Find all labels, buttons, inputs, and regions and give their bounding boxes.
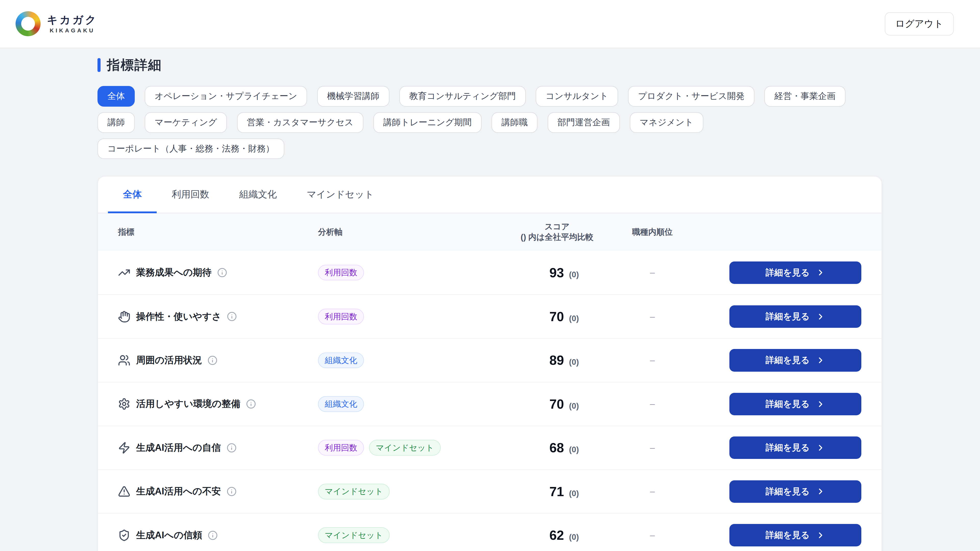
filter-chip[interactable]: プロダクト・サービス開発	[628, 86, 754, 106]
indicator-cell: 生成AI活用への不安	[118, 485, 318, 498]
logo: キカガク KIKAGAKU	[16, 11, 98, 36]
detail-button[interactable]: 詳細を見る	[729, 393, 861, 415]
detail-button[interactable]: 詳細を見る	[729, 524, 861, 546]
tab-item[interactable]: 利用回数	[157, 176, 224, 213]
column-header-score: スコア () 内は全社平均比較	[503, 221, 612, 243]
axis-cell: マインドセット	[318, 527, 502, 543]
page-title-text: 指標詳細	[107, 56, 162, 74]
action-cell: 詳細を見る	[693, 305, 861, 328]
score-note: (0)	[569, 357, 579, 367]
shield-check-icon	[118, 529, 130, 541]
action-cell: 詳細を見る	[693, 393, 861, 415]
tab-item[interactable]: 組織文化	[224, 176, 292, 213]
filter-chip[interactable]: 講師職	[492, 112, 538, 133]
rank-cell: –	[612, 355, 693, 365]
tab-active[interactable]: 全体	[108, 176, 157, 213]
filter-chip[interactable]: 講師トレーニング期間	[373, 112, 482, 133]
axis-badge: マインドセット	[318, 527, 390, 543]
indicator-name: 生成AI活用への不安	[136, 485, 221, 498]
filter-chip[interactable]: マーケティング	[145, 112, 227, 133]
title-accent-bar	[97, 58, 100, 72]
main-content: 指標詳細 全体オペレーション・サプライチェーン機械学習講師教育コンサルティング部…	[0, 48, 980, 551]
score-value: 62	[535, 527, 564, 543]
logout-button[interactable]: ログアウト	[885, 12, 954, 35]
indicator-cell: 業務成果への期待	[118, 266, 318, 279]
axis-badge: 利用回数	[318, 440, 364, 456]
hand-icon	[118, 310, 130, 323]
detail-button[interactable]: 詳細を見る	[729, 437, 861, 459]
info-icon[interactable]	[246, 399, 256, 409]
info-icon[interactable]	[207, 355, 218, 365]
detail-button[interactable]: 詳細を見る	[729, 262, 861, 284]
rank-cell: –	[612, 312, 693, 322]
info-icon[interactable]	[227, 311, 237, 321]
chevron-right-icon	[816, 312, 825, 321]
chevron-right-icon	[816, 268, 825, 277]
rank-cell: –	[612, 443, 693, 453]
table-header: 指標 分析軸 スコア () 内は全社平均比較 職種内順位	[98, 213, 881, 251]
filter-chip[interactable]: 経営・事業企画	[764, 86, 845, 106]
action-cell: 詳細を見る	[693, 524, 861, 546]
filter-chip[interactable]: 教育コンサルティング部門	[399, 86, 526, 106]
indicator-cell: 活用しやすい環境の整備	[118, 398, 318, 410]
detail-button[interactable]: 詳細を見る	[729, 349, 861, 372]
score-note: (0)	[569, 532, 579, 542]
table-row: 生成AI活用への自信利用回数マインドセット68(0)–詳細を見る	[98, 426, 881, 469]
score-cell: 62(0)	[503, 527, 612, 543]
app-header: キカガク KIKAGAKU ログアウト	[0, 0, 980, 48]
action-cell: 詳細を見る	[693, 437, 861, 459]
chevron-right-icon	[816, 487, 825, 496]
score-cell: 93(0)	[503, 265, 612, 280]
detail-button[interactable]: 詳細を見る	[729, 480, 861, 503]
indicator-name: 操作性・使いやすさ	[136, 310, 221, 323]
table-row: 操作性・使いやすさ利用回数70(0)–詳細を見る	[98, 294, 881, 338]
filter-chip[interactable]: 営業・カスタマーサクセス	[237, 112, 363, 133]
axis-badge: マインドセット	[369, 440, 441, 456]
score-value: 93	[535, 265, 564, 280]
info-icon[interactable]	[208, 530, 218, 540]
rank-cell: –	[612, 399, 693, 409]
filter-chip[interactable]: 部門運営企画	[548, 112, 620, 133]
filter-chip[interactable]: 機械学習講師	[317, 86, 390, 106]
score-cell: 89(0)	[503, 353, 612, 368]
info-icon[interactable]	[217, 268, 227, 278]
info-icon[interactable]	[227, 486, 237, 496]
users-icon	[118, 354, 130, 367]
axis-badge: 利用回数	[318, 265, 364, 281]
score-cell: 68(0)	[503, 440, 612, 455]
info-icon[interactable]	[227, 443, 237, 453]
trending-up-icon	[118, 266, 130, 279]
score-value: 68	[535, 440, 564, 455]
score-note: (0)	[569, 489, 579, 498]
detail-button-label: 詳細を見る	[765, 398, 810, 410]
score-cell: 70(0)	[503, 309, 612, 324]
axis-cell: 組織文化	[318, 396, 502, 412]
chevron-right-icon	[816, 356, 825, 365]
detail-button[interactable]: 詳細を見る	[729, 305, 861, 328]
tab-item[interactable]: マインドセット	[292, 176, 389, 213]
indicator-cell: 生成AIへの信頼	[118, 529, 318, 541]
chevron-right-icon	[816, 443, 825, 453]
filter-chip[interactable]: マネジメント	[630, 112, 703, 133]
table-row: 生成AIへの信頼マインドセット62(0)–詳細を見る	[98, 513, 881, 551]
chevron-right-icon	[816, 400, 825, 409]
filter-chip[interactable]: コーポレート（人事・総務・法務・財務）	[97, 138, 284, 159]
logo-title: キカガク	[47, 14, 98, 26]
filter-chip[interactable]: コンサルタント	[536, 86, 618, 106]
indicator-name: 業務成果への期待	[136, 266, 211, 279]
score-value: 70	[535, 396, 564, 412]
axis-cell: 組織文化	[318, 353, 502, 368]
axis-cell: 利用回数	[318, 309, 502, 324]
column-header-indicator: 指標	[118, 227, 318, 238]
indicator-name: 生成AIへの信頼	[136, 529, 202, 541]
filter-chip[interactable]: 全体	[97, 86, 135, 106]
score-note: (0)	[569, 314, 579, 323]
settings-icon	[118, 398, 130, 410]
score-value: 71	[535, 484, 564, 499]
score-note: (0)	[569, 270, 579, 279]
filter-chip[interactable]: オペレーション・サプライチェーン	[145, 86, 307, 106]
filter-chip[interactable]: 講師	[97, 112, 135, 133]
logo-icon	[13, 8, 43, 39]
action-cell: 詳細を見る	[693, 262, 861, 284]
score-cell: 70(0)	[503, 396, 612, 412]
